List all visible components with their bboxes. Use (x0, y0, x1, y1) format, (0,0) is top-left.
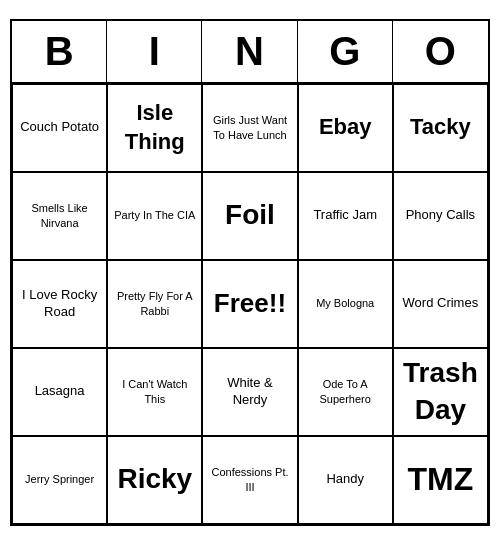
bingo-cell-r1-c0: Smells Like Nirvana (12, 172, 107, 260)
bingo-cell-r0-c0: Couch Potato (12, 84, 107, 172)
header-letter-o: O (393, 21, 488, 82)
bingo-cell-r2-c3: My Bologna (298, 260, 393, 348)
header-letter-i: I (107, 21, 202, 82)
bingo-cell-r3-c2: White & Nerdy (202, 348, 297, 436)
bingo-cell-r3-c0: Lasagna (12, 348, 107, 436)
header-letter-g: G (298, 21, 393, 82)
bingo-grid: Couch PotatoIsle ThingGirls Just Want To… (12, 84, 488, 524)
bingo-cell-r2-c1: Pretty Fly For A Rabbi (107, 260, 202, 348)
bingo-cell-r3-c4: Trash Day (393, 348, 488, 436)
bingo-header: BINGO (12, 21, 488, 84)
header-letter-n: N (202, 21, 297, 82)
bingo-cell-r1-c3: Traffic Jam (298, 172, 393, 260)
header-letter-b: B (12, 21, 107, 82)
bingo-cell-r4-c2: Confessions Pt. III (202, 436, 297, 524)
bingo-cell-r0-c1: Isle Thing (107, 84, 202, 172)
bingo-cell-r4-c1: Ricky (107, 436, 202, 524)
bingo-cell-r1-c2: Foil (202, 172, 297, 260)
bingo-cell-r0-c3: Ebay (298, 84, 393, 172)
bingo-cell-r2-c0: I Love Rocky Road (12, 260, 107, 348)
bingo-cell-r4-c4: TMZ (393, 436, 488, 524)
bingo-cell-r1-c4: Phony Calls (393, 172, 488, 260)
bingo-cell-r4-c0: Jerry Springer (12, 436, 107, 524)
bingo-cell-r4-c3: Handy (298, 436, 393, 524)
bingo-card: BINGO Couch PotatoIsle ThingGirls Just W… (10, 19, 490, 526)
bingo-cell-r3-c3: Ode To A Superhero (298, 348, 393, 436)
bingo-cell-r3-c1: I Can't Watch This (107, 348, 202, 436)
bingo-cell-r2-c4: Word Crimes (393, 260, 488, 348)
bingo-cell-r2-c2: Free!! (202, 260, 297, 348)
bingo-cell-r1-c1: Party In The CIA (107, 172, 202, 260)
bingo-cell-r0-c4: Tacky (393, 84, 488, 172)
bingo-cell-r0-c2: Girls Just Want To Have Lunch (202, 84, 297, 172)
